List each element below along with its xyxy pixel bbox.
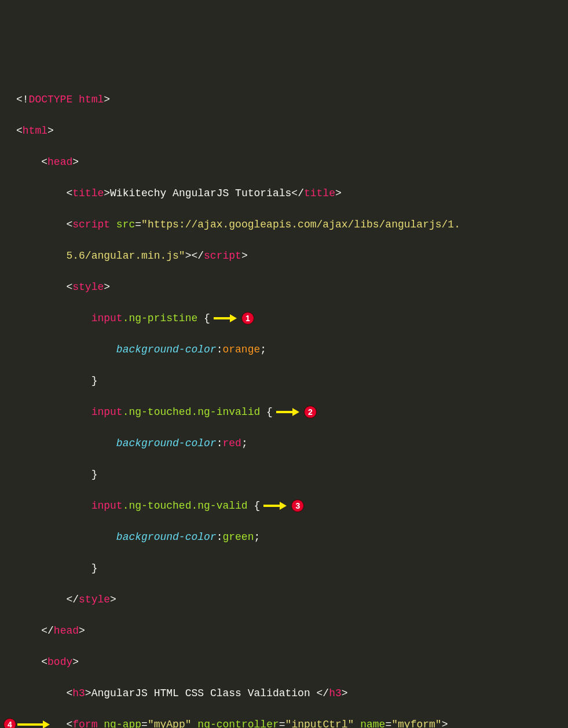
code-line: <head>	[5, 155, 556, 170]
callout-badge-4: 4	[3, 718, 16, 728]
arrow-icon	[276, 408, 301, 416]
code-line: input.ng-pristine {1	[5, 311, 556, 326]
code-line: </style>	[5, 592, 556, 608]
code-line: background-color:orange;	[5, 342, 556, 358]
arrow-icon	[17, 720, 51, 728]
callout-badge-1: 1	[241, 312, 254, 325]
arrow-icon	[214, 314, 238, 322]
code-line: background-color:green;	[5, 530, 556, 545]
code-line: <h3>AngularJS HTML CSS Class Validation …	[5, 686, 556, 701]
code-line: <body>	[5, 655, 556, 670]
code-line: }	[5, 561, 556, 576]
code-line: </head>	[5, 623, 556, 639]
code-block: <!DOCTYPE html> <html> <head> <title>Wik…	[5, 76, 556, 728]
callout-badge-2: 2	[304, 406, 317, 418]
code-line: <html>	[5, 123, 556, 139]
code-line: <style>	[5, 280, 556, 295]
code-line: 5.6/angular.min.js"></script>	[5, 248, 556, 264]
code-line: <script src="https://ajax.googleapis.com…	[5, 217, 556, 233]
code-line: }	[5, 373, 556, 389]
code-line: input.ng-touched.ng-invalid {2	[5, 405, 556, 420]
code-line: 4 <form ng-app="myApp" ng-controller="in…	[5, 717, 556, 728]
code-line: <!DOCTYPE html>	[5, 92, 556, 108]
callout-badge-3: 3	[291, 499, 304, 512]
code-line: input.ng-touched.ng-valid {3	[5, 498, 556, 514]
code-line: <title>Wikitechy AngularJS Tutorials</ti…	[5, 186, 556, 201]
code-line: background-color:red;	[5, 436, 556, 451]
arrow-icon	[263, 502, 288, 510]
code-line: }	[5, 467, 556, 483]
